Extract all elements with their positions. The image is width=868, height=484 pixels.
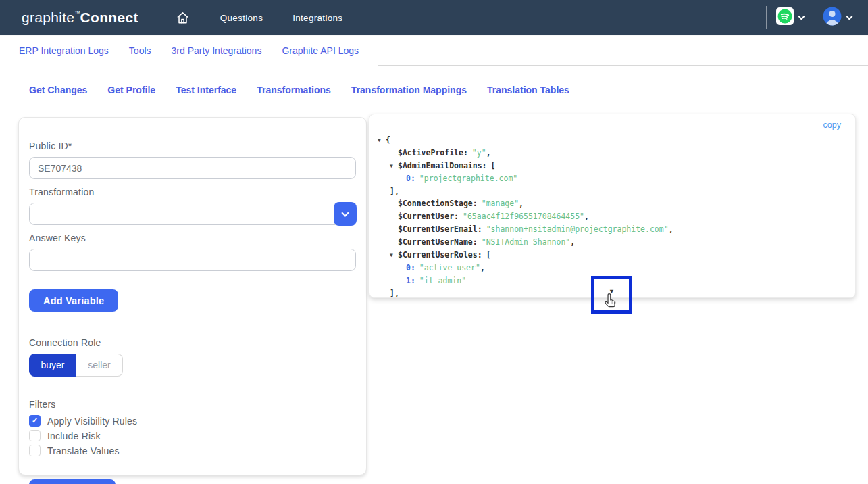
nav-item-integrations[interactable]: Integrations xyxy=(292,13,342,23)
app-logo[interactable]: graphite™Connect xyxy=(22,9,138,26)
logo-tm: ™ xyxy=(74,10,80,16)
answer-keys-input[interactable] xyxy=(29,249,356,271)
secondary-tab-get-changes[interactable]: Get Changes xyxy=(19,74,97,105)
primary-tab-graphite-api-logs[interactable]: Graphite API Logs xyxy=(272,35,369,66)
filters-label: Filters xyxy=(29,399,356,410)
tab-row-underline xyxy=(589,74,868,105)
secondary-tab-bar: Get ChangesGet ProfileTest InterfaceTran… xyxy=(0,74,868,105)
checkbox-apply-visibility-rules[interactable]: ✓ xyxy=(29,415,41,427)
secondary-tab-get-profile[interactable]: Get Profile xyxy=(97,74,165,105)
public-id-input[interactable] xyxy=(29,157,356,179)
primary-tab-3rd-party-integrations[interactable]: 3rd Party Integrations xyxy=(161,35,272,66)
json-token: , xyxy=(570,237,575,247)
user-account-menu[interactable] xyxy=(822,6,852,29)
json-token: { xyxy=(386,135,390,145)
json-line: ▼$AdminEmailDomains:[ xyxy=(369,160,855,172)
filter-row-apply-visibility-rules: ✓Apply Visibility Rules xyxy=(29,415,356,427)
primary-tab-bar: ERP Integration LogsTools3rd Party Integ… xyxy=(0,35,868,66)
chevron-down-icon xyxy=(846,13,853,20)
json-line: $ConnectionStage:"manage", xyxy=(369,197,855,210)
public-id-label: Public ID* xyxy=(29,141,356,151)
click-target-highlight-box: ▼ xyxy=(591,276,632,314)
json-token: "NSITAdmin Shannon" xyxy=(482,237,571,247)
get-profile-form-card: Public ID* Transformation Answer Keys Ad… xyxy=(18,117,367,475)
primary-tabs: ERP Integration LogsTools3rd Party Integ… xyxy=(9,35,369,66)
json-line: $CurrentUserName:"NSITAdmin Shannon", xyxy=(369,236,855,249)
chevron-down-icon xyxy=(341,209,349,216)
navbar-divider xyxy=(766,6,767,29)
json-token: ], xyxy=(390,187,399,196)
json-token: $CurrentUserEmail: xyxy=(398,224,482,234)
json-line: ▼$CurrentUserRoles:[ xyxy=(369,249,855,262)
json-token: "y" xyxy=(472,148,486,158)
chevron-down-icon xyxy=(798,13,805,20)
nav-item-questions[interactable]: Questions xyxy=(220,13,263,23)
collapse-triangle-icon[interactable]: ▼ xyxy=(390,249,398,262)
json-line: ], xyxy=(369,185,855,198)
connection-role-toggle: buyerseller xyxy=(29,354,356,377)
json-token: "65aac4f12f96551708464455" xyxy=(463,212,584,221)
json-token: , xyxy=(584,212,589,221)
checkbox-translate-values[interactable] xyxy=(29,445,41,456)
home-icon[interactable] xyxy=(175,10,190,26)
secondary-tab-transformation-mappings[interactable]: Transformation Mappings xyxy=(341,74,477,105)
json-token: [ xyxy=(491,161,496,170)
json-token: "projectgraphite.com" xyxy=(419,174,517,183)
json-token: $CurrentUserName: xyxy=(398,237,478,247)
json-token: $CurrentUser: xyxy=(398,212,459,221)
secondary-tabs: Get ChangesGet ProfileTest InterfaceTran… xyxy=(19,74,580,105)
role-button-seller[interactable]: seller xyxy=(76,354,123,377)
json-token: , xyxy=(519,199,524,208)
filter-row-include-risk: Include Risk xyxy=(29,430,356,441)
navbar-divider xyxy=(813,6,813,29)
filter-row-translate-values: Translate Values xyxy=(29,445,356,456)
copy-button[interactable]: copy xyxy=(823,120,841,130)
filter-label-include-risk: Include Risk xyxy=(47,431,101,441)
top-navbar: graphite™Connect Questions Integrations xyxy=(0,0,868,35)
tab-row-underline xyxy=(378,35,868,66)
json-token: $ConnectionStage: xyxy=(398,199,478,208)
json-token: "shannon+nsitadmin@projectgraphite.com" xyxy=(486,224,669,234)
json-token: 0: xyxy=(406,174,415,183)
collapse-triangle-icon[interactable]: ▼ xyxy=(378,135,386,147)
json-token: 0: xyxy=(406,263,415,272)
secondary-tab-translation-tables[interactable]: Translation Tables xyxy=(477,74,580,105)
json-token: "manage" xyxy=(482,199,519,208)
json-line: 0:"active_user", xyxy=(369,262,855,274)
primary-tab-erp-integration-logs[interactable]: ERP Integration Logs xyxy=(9,35,119,66)
user-avatar xyxy=(822,6,842,29)
logo-graphite: graphite xyxy=(22,9,74,25)
answer-keys-label: Answer Keys xyxy=(29,233,356,243)
json-token: [ xyxy=(486,250,491,260)
role-button-buyer[interactable]: buyer xyxy=(29,354,76,377)
secondary-tab-test-interface[interactable]: Test Interface xyxy=(165,74,247,105)
hand-cursor-icon xyxy=(603,292,619,314)
json-token: 1: xyxy=(406,276,415,285)
json-token: "active_user" xyxy=(419,263,480,272)
profile-json-viewer: copy ▼{$ActiveProfile:"y",▼$AdminEmailDo… xyxy=(369,114,856,298)
logo-connect: Connect xyxy=(80,9,138,25)
integration-app-menu[interactable] xyxy=(775,7,804,28)
json-line: $CurrentUserEmail:"shannon+nsitadmin@pro… xyxy=(369,223,855,236)
json-token: , xyxy=(486,148,491,158)
transformation-dropdown-button[interactable] xyxy=(334,202,357,226)
connection-role-label: Connection Role xyxy=(29,337,356,348)
transformation-input[interactable] xyxy=(29,203,356,225)
json-line: 0:"projectgraphite.com" xyxy=(369,172,855,185)
json-token: $AdminEmailDomains: xyxy=(398,161,487,170)
collapse-triangle-icon[interactable]: ▼ xyxy=(390,160,398,173)
load-profile-button[interactable]: Load Profile xyxy=(29,479,116,484)
filter-checkbox-list: ✓Apply Visibility RulesInclude RiskTrans… xyxy=(29,415,356,456)
json-token: ], xyxy=(390,289,399,298)
checkbox-include-risk[interactable] xyxy=(29,430,41,441)
filter-label-translate-values: Translate Values xyxy=(47,445,120,456)
primary-tab-tools[interactable]: Tools xyxy=(119,35,161,66)
json-line: ▼{ xyxy=(369,134,855,147)
json-token: , xyxy=(480,263,485,272)
add-variable-button[interactable]: Add Variable xyxy=(29,289,118,312)
json-token: , xyxy=(669,224,673,234)
navbar-right xyxy=(766,6,852,29)
secondary-tab-transformations[interactable]: Transformations xyxy=(247,74,341,105)
spotify-icon xyxy=(775,7,794,28)
nav-links: Questions Integrations xyxy=(175,10,343,26)
